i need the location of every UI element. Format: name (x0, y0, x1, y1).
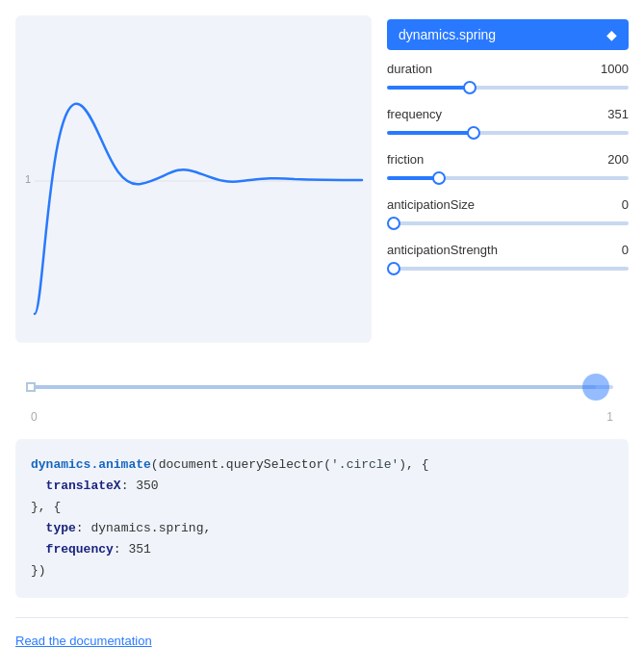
code-line-4: type: dynamics.spring, (31, 518, 613, 539)
anticipation-strength-label: anticipationStrength (387, 243, 498, 257)
duration-slider[interactable] (387, 86, 629, 90)
anticipation-strength-slider-row: anticipationStrength 0 (387, 243, 629, 276)
anticipation-size-label: anticipationSize (387, 197, 475, 212)
frequency-value: 351 (607, 107, 629, 121)
friction-value: 200 (607, 152, 629, 167)
anticipation-size-slider[interactable] (387, 221, 629, 225)
progress-end-thumb[interactable] (582, 374, 609, 401)
code-block: dynamics.animate(document.querySelector(… (15, 439, 629, 598)
duration-label: duration (387, 62, 432, 76)
anticipation-size-slider-row: anticipationSize 0 (387, 197, 629, 231)
chart-area: 1 (15, 15, 372, 343)
frequency-slider-row: frequency 351 (387, 107, 629, 141)
divider (15, 617, 629, 618)
frequency-slider[interactable] (387, 131, 629, 135)
friction-slider-row: friction 200 (387, 152, 629, 186)
code-line-1: dynamics.animate(document.querySelector(… (31, 454, 613, 476)
friction-slider[interactable] (387, 176, 629, 180)
chart-svg (15, 15, 372, 343)
main-container: 1 dynamics.spring ◆ duration 1000 (15, 15, 629, 648)
controls-panel: dynamics.spring ◆ duration 1000 frequenc… (387, 15, 629, 343)
friction-label: friction (387, 152, 424, 167)
progress-labels: 0 1 (31, 410, 613, 424)
progress-label-start: 0 (31, 410, 38, 424)
code-line-5: frequency: 351 (31, 539, 613, 560)
dropdown-label: dynamics.spring (399, 27, 496, 42)
dropdown-arrow-icon: ◆ (606, 27, 617, 42)
code-line-6: }) (31, 560, 613, 582)
anticipation-strength-value: 0 (622, 243, 629, 257)
frequency-label: frequency (387, 107, 442, 121)
code-line-2: translateX: 350 (31, 476, 613, 497)
duration-slider-row: duration 1000 (387, 62, 629, 95)
type-dropdown[interactable]: dynamics.spring ◆ (387, 19, 629, 50)
progress-label-end: 1 (606, 410, 613, 424)
anticipation-strength-slider[interactable] (387, 267, 629, 271)
doc-link[interactable]: Read the documentation (15, 634, 629, 648)
code-line-3: }, { (31, 497, 613, 518)
anticipation-size-value: 0 (622, 197, 629, 212)
progress-section: 0 1 (15, 366, 629, 431)
chart-y-label: 1 (25, 173, 31, 185)
duration-value: 1000 (601, 62, 629, 76)
progress-start-thumb[interactable] (26, 382, 36, 392)
top-section: 1 dynamics.spring ◆ duration 1000 (15, 15, 629, 343)
